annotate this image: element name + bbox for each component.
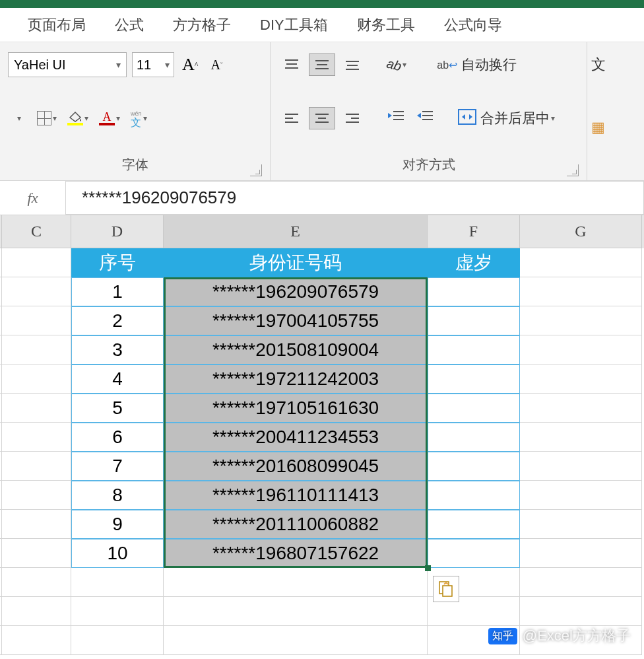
cell[interactable] (71, 568, 164, 597)
cell-id[interactable]: ******201608099045 (164, 452, 428, 481)
cell[interactable] (520, 423, 642, 452)
cell-seq[interactable]: 7 (71, 452, 164, 481)
cell-id[interactable]: ******201110060882 (164, 510, 428, 539)
cell-id[interactable]: ******197004105755 (164, 306, 428, 335)
number-format-partial[interactable]: 文 (591, 55, 606, 75)
cell-id[interactable]: ******197211242003 (164, 364, 428, 394)
cell[interactable] (2, 248, 71, 277)
cell[interactable] (2, 568, 71, 597)
tab-formulas[interactable]: 公式 (100, 8, 158, 42)
cell[interactable] (2, 452, 71, 481)
cell[interactable] (520, 568, 642, 597)
cell[interactable] (520, 364, 642, 394)
cell[interactable] (164, 568, 428, 597)
cell[interactable] (2, 626, 71, 655)
cell[interactable] (71, 626, 164, 655)
align-left-button[interactable] (278, 107, 305, 129)
header-age[interactable]: 虚岁 (428, 248, 520, 277)
cell-id[interactable]: ******196209076579 (164, 277, 428, 306)
cell[interactable] (2, 364, 71, 394)
cell-age[interactable] (428, 452, 520, 481)
format-painter-icon[interactable]: ▦ (591, 119, 605, 136)
cell-age[interactable] (428, 364, 520, 394)
col-header-d[interactable]: D (71, 215, 164, 248)
cell-age[interactable] (428, 394, 520, 423)
tab-finance[interactable]: 财务工具 (342, 8, 430, 42)
orientation-button[interactable]: ab▾ (384, 53, 409, 77)
cell[interactable] (2, 306, 71, 335)
increase-font-size-button[interactable]: A^ (179, 53, 201, 77)
merge-center-button[interactable]: 合并后居中 ▾ (455, 106, 558, 130)
cell-age[interactable] (428, 539, 520, 568)
paste-options-button[interactable] (433, 576, 459, 602)
decrease-indent-button[interactable] (384, 106, 408, 130)
cell-id[interactable]: ******197105161630 (164, 394, 428, 423)
cell[interactable] (520, 277, 642, 306)
col-header-g[interactable]: G (520, 215, 642, 248)
cell[interactable] (2, 539, 71, 568)
header-seq[interactable]: 序号 (71, 248, 164, 277)
col-header-e[interactable]: E (164, 215, 428, 248)
cell[interactable] (520, 597, 642, 626)
align-bottom-button[interactable] (339, 53, 366, 76)
cell-id[interactable]: ******201508109004 (164, 335, 428, 364)
cell-age[interactable] (428, 481, 520, 510)
align-center-button[interactable] (309, 107, 335, 129)
cell-age[interactable] (428, 335, 520, 364)
cell[interactable] (520, 335, 642, 364)
font-size-combo[interactable]: 11 ▾ (132, 52, 174, 77)
alignment-dialog-launcher[interactable] (567, 164, 579, 176)
cell[interactable] (520, 481, 642, 510)
cell[interactable] (2, 510, 71, 539)
cell[interactable] (164, 597, 428, 626)
tab-formula-wizard[interactable]: 公式向导 (430, 8, 517, 42)
cell[interactable] (71, 597, 164, 626)
cell[interactable] (164, 626, 428, 655)
cell-id[interactable]: ******196807157622 (164, 539, 428, 568)
font-color-button[interactable]: A▾ (96, 106, 123, 130)
cell-age[interactable] (428, 423, 520, 452)
col-header-f[interactable]: F (428, 215, 520, 248)
cell[interactable] (520, 510, 642, 539)
borders-button[interactable]: ▾ (34, 106, 59, 130)
cell-seq[interactable]: 3 (71, 335, 164, 364)
selection-fill-handle[interactable] (425, 565, 431, 571)
cell-age[interactable] (428, 510, 520, 539)
align-middle-button[interactable] (309, 53, 335, 76)
cell-seq[interactable]: 1 (71, 277, 164, 306)
cell-seq[interactable]: 4 (71, 364, 164, 394)
cell-seq[interactable]: 8 (71, 481, 164, 510)
cell-seq[interactable]: 10 (71, 539, 164, 568)
decrease-font-size-button[interactable]: Aˇ (206, 53, 227, 77)
fill-color-button[interactable]: ▾ (65, 106, 91, 130)
phonetic-guide-button[interactable]: wén文▾ (128, 106, 150, 130)
fx-button[interactable]: fx (0, 181, 66, 215)
cell[interactable] (2, 481, 71, 510)
font-style-dropdown[interactable]: ▾ (8, 106, 29, 130)
cell[interactable] (520, 539, 642, 568)
header-id[interactable]: 身份证号码 (164, 248, 428, 277)
cell-id[interactable]: ******200411234553 (164, 423, 428, 452)
col-header-c[interactable]: C (2, 215, 71, 248)
tab-diy-toolbox[interactable]: DIY工具箱 (245, 8, 342, 42)
cell[interactable] (2, 597, 71, 626)
cell-seq[interactable]: 6 (71, 423, 164, 452)
cell[interactable] (520, 394, 642, 423)
cell[interactable] (2, 394, 71, 423)
tab-fangfang[interactable]: 方方格子 (158, 8, 245, 42)
cell-seq[interactable]: 2 (71, 306, 164, 335)
formula-input[interactable]: ******196209076579 (66, 181, 644, 215)
font-dialog-launcher[interactable] (250, 164, 262, 176)
cell-seq[interactable]: 9 (71, 510, 164, 539)
cell[interactable] (2, 335, 71, 364)
cell-age[interactable] (428, 306, 520, 335)
cell[interactable] (520, 452, 642, 481)
align-top-button[interactable] (278, 53, 305, 76)
cell-id[interactable]: ******196110111413 (164, 481, 428, 510)
cell[interactable] (520, 248, 642, 277)
increase-indent-button[interactable] (413, 106, 437, 130)
cell[interactable] (520, 306, 642, 335)
align-right-button[interactable] (339, 107, 366, 129)
cell-age[interactable] (428, 277, 520, 306)
cell[interactable] (2, 423, 71, 452)
